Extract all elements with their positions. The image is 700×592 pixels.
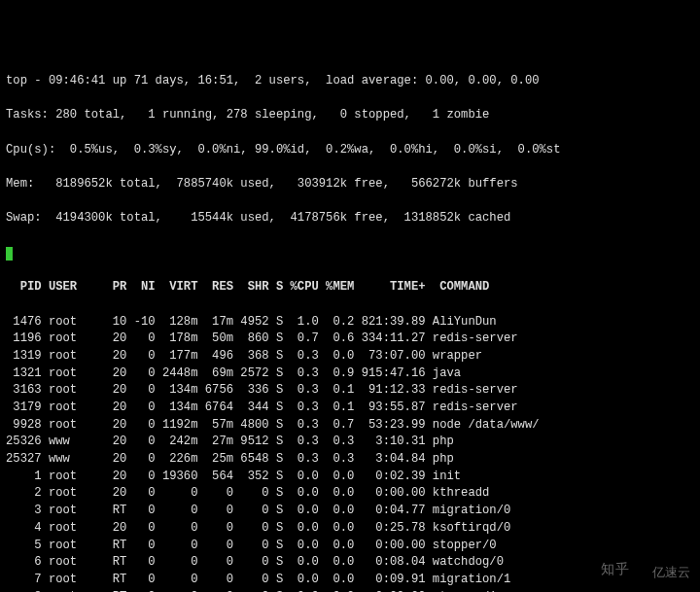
column-headers[interactable]: PID USER PR NI VIRT RES SHR S %CPU %MEM … — [6, 279, 694, 296]
cursor-icon — [6, 247, 13, 261]
process-row[interactable]: 2 root 20 0 0 0 0 S 0.0 0.0 0:00.00 kthr… — [6, 485, 694, 503]
summary-swap: Swap: 4194300k total, 15544k used, 41787… — [6, 210, 694, 227]
summary-mem: Mem: 8189652k total, 7885740k used, 3039… — [6, 176, 694, 193]
summary-tasks: Tasks: 280 total, 1 running, 278 sleepin… — [6, 107, 694, 124]
process-row[interactable]: 3179 root 20 0 134m 6764 344 S 0.3 0.1 9… — [6, 400, 694, 417]
process-row[interactable]: 1 root 20 0 19360 564 352 S 0.0 0.0 0:02… — [6, 469, 694, 486]
process-row[interactable]: 7 root RT 0 0 0 0 S 0.0 0.0 0:09.91 migr… — [6, 572, 694, 589]
summary-cpu: Cpu(s): 0.5%us, 0.3%sy, 0.0%ni, 99.0%id,… — [6, 142, 694, 159]
process-list[interactable]: 1476 root 10 -10 128m 17m 4952 S 1.0 0.2… — [6, 314, 694, 592]
process-row[interactable]: 3 root RT 0 0 0 0 S 0.0 0.0 0:04.77 migr… — [6, 503, 694, 520]
input-line[interactable] — [6, 245, 694, 262]
process-row[interactable]: 9928 root 20 0 1192m 57m 4800 S 0.3 0.7 … — [6, 417, 694, 435]
process-row[interactable]: 1476 root 10 -10 128m 17m 4952 S 1.0 0.2… — [6, 314, 694, 331]
process-row[interactable]: 8 root RT 0 0 0 0 S 0.0 0.0 0:00.00 stop… — [6, 589, 694, 592]
process-row[interactable]: 1321 root 20 0 2448m 69m 2572 S 0.3 0.9 … — [6, 366, 694, 383]
process-row[interactable]: 25326 www 20 0 242m 27m 9512 S 0.3 0.3 3… — [6, 434, 694, 451]
process-row[interactable]: 1319 root 20 0 177m 496 368 S 0.3 0.0 73… — [6, 348, 694, 366]
process-row[interactable]: 5 root RT 0 0 0 0 S 0.0 0.0 0:00.00 stop… — [6, 538, 694, 555]
summary-uptime: top - 09:46:41 up 71 days, 16:51, 2 user… — [6, 73, 694, 90]
watermark-yisu: 亿速云 — [648, 562, 694, 584]
process-row[interactable]: 3163 root 20 0 134m 6756 336 S 0.3 0.1 9… — [6, 382, 694, 400]
watermark-zhihu: 知乎 — [601, 559, 630, 578]
process-row[interactable]: 6 root RT 0 0 0 0 S 0.0 0.0 0:08.04 watc… — [6, 554, 694, 572]
process-row[interactable]: 4 root 20 0 0 0 0 S 0.0 0.0 0:25.78 ksof… — [6, 520, 694, 538]
process-row[interactable]: 1196 root 20 0 178m 50m 860 S 0.7 0.6 33… — [6, 331, 694, 348]
process-row[interactable]: 25327 www 20 0 226m 25m 6548 S 0.3 0.3 3… — [6, 451, 694, 469]
